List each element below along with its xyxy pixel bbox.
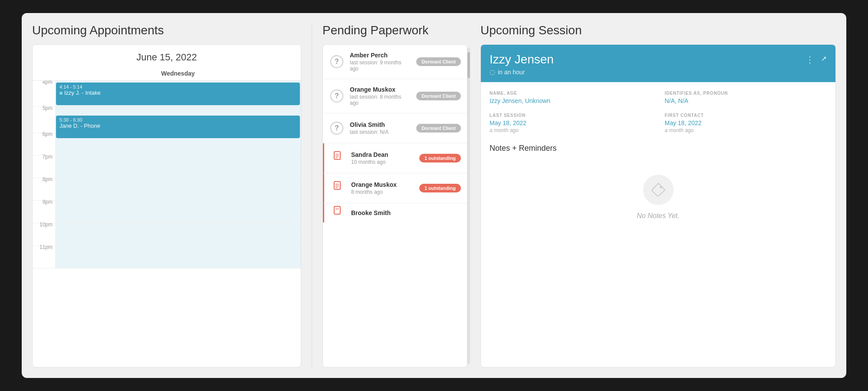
paperwork-name-4: Sandra Dean bbox=[351, 151, 414, 158]
session-fields: NAME, AGE Izzy Jensen, Unknown IDENTIFIE… bbox=[490, 91, 827, 133]
paperwork-item-amber-perch[interactable]: ? Amber Perch last session: 9 months ago… bbox=[323, 45, 467, 79]
event-izzy[interactable]: 4:14 - 5:14 Izzy J. - Intake bbox=[56, 83, 300, 105]
paperwork-icon-wrap-1: ? bbox=[329, 54, 345, 70]
paperwork-name-5: Orange Muskox bbox=[351, 181, 414, 188]
session-title: Upcoming Session bbox=[480, 23, 836, 37]
day-cell-9pm bbox=[55, 201, 301, 223]
session-time-label: in an hour bbox=[498, 69, 525, 76]
calendar-day-header: Wednesday bbox=[33, 66, 301, 81]
calendar-row-10pm: 10pm bbox=[33, 223, 301, 246]
tag-icon bbox=[651, 182, 666, 198]
calendar-row-11pm: 11pm bbox=[33, 246, 301, 268]
event-title-jane: Jane D. - Phone bbox=[59, 123, 100, 129]
paperwork-icon-wrap-4 bbox=[330, 150, 346, 166]
question-circle-icon-3: ? bbox=[330, 122, 343, 135]
calendar-row-7pm: 7pm bbox=[33, 156, 301, 178]
day-cell-4pm: 4:14 - 5:14 Izzy J. - Intake bbox=[55, 81, 301, 106]
paperwork-item-orange-muskox-outstanding[interactable]: Orange Muskox 8 months ago 1 outstanding bbox=[323, 173, 467, 203]
event-dot-izzy bbox=[59, 92, 62, 95]
session-time: ◌ in an hour bbox=[490, 68, 554, 76]
doc-icon-4 bbox=[333, 151, 343, 165]
day-cell-11pm bbox=[55, 246, 301, 268]
svg-point-10 bbox=[660, 186, 662, 189]
time-7pm: 7pm bbox=[33, 152, 55, 178]
paperwork-meta-3: last session: N/A bbox=[350, 129, 411, 135]
appointments-section: Upcoming Appointments June 15, 2022 Wedn… bbox=[32, 23, 301, 368]
time-gutter bbox=[33, 66, 55, 80]
calendar-card: June 15, 2022 Wednesday 4pm 4:14 - 5:14 … bbox=[32, 44, 301, 368]
paperwork-item-sandra-dean[interactable]: Sandra Dean 10 months ago 1 outstanding bbox=[323, 143, 467, 173]
doc-icon-5 bbox=[333, 181, 343, 195]
event-title-izzy: Izzy J. - Intake bbox=[59, 89, 101, 96]
paperwork-name-1: Amber Perch bbox=[350, 52, 411, 59]
day-cell-10pm bbox=[55, 223, 301, 245]
paperwork-name-3: Olivia Smith bbox=[350, 121, 411, 128]
field-first-contact-value: May 18, 2022 bbox=[665, 119, 827, 126]
time-11pm: 11pm bbox=[33, 242, 55, 268]
svg-rect-0 bbox=[334, 152, 340, 159]
field-name-age: NAME, AGE Izzy Jensen, Unknown bbox=[490, 91, 652, 104]
divider-1 bbox=[312, 23, 312, 368]
time-5pm: 5pm bbox=[33, 103, 55, 133]
scrollbar-thumb[interactable] bbox=[467, 52, 470, 78]
badge-dormant-1: Dormant Client bbox=[416, 57, 461, 66]
calendar-row-5pm: 5pm 5:30 - 6:30 Jane D. - Phone bbox=[33, 107, 301, 133]
external-link-icon[interactable]: ➚ bbox=[821, 54, 827, 65]
appointments-title: Upcoming Appointments bbox=[32, 23, 301, 37]
tag-icon-circle bbox=[643, 175, 674, 205]
day-cell-5pm: 5:30 - 6:30 Jane D. - Phone bbox=[55, 107, 301, 133]
event-time-izzy: 4:14 - 5:14 bbox=[59, 84, 296, 89]
field-first-contact: FIRST CONTACT May 18, 2022 a month ago bbox=[665, 113, 827, 133]
session-header-left: Izzy Jensen ◌ in an hour bbox=[490, 53, 554, 76]
field-last-session-value: May 18, 2022 bbox=[490, 119, 652, 126]
day-cell-7pm bbox=[55, 156, 301, 178]
paperwork-meta-2: last session: 8 months ago bbox=[350, 94, 411, 106]
calendar-row-4pm: 4pm 4:14 - 5:14 Izzy J. - Intake bbox=[33, 81, 301, 107]
field-name-age-label: NAME, AGE bbox=[490, 91, 652, 96]
question-circle-icon-2: ? bbox=[330, 89, 343, 103]
session-header-icons: ⋮ ➚ bbox=[806, 54, 827, 65]
session-section: Upcoming Session Izzy Jensen ◌ in an hou… bbox=[480, 23, 836, 368]
field-last-session-label: LAST SESSION bbox=[490, 113, 652, 118]
badge-dormant-3: Dormant Client bbox=[416, 124, 461, 133]
event-time-jane: 5:30 - 6:30 bbox=[59, 117, 296, 123]
field-last-session: LAST SESSION May 18, 2022 a month ago bbox=[490, 113, 652, 133]
paperwork-info-3: Olivia Smith last session: N/A bbox=[350, 121, 411, 135]
main-container: Upcoming Appointments June 15, 2022 Wedn… bbox=[22, 13, 846, 378]
clock-icon: ◌ bbox=[490, 68, 495, 76]
event-jane[interactable]: 5:30 - 6:30 Jane D. - Phone bbox=[56, 116, 300, 138]
badge-dormant-2: Dormant Client bbox=[416, 92, 461, 100]
session-header: Izzy Jensen ◌ in an hour ⋮ ➚ bbox=[481, 45, 835, 82]
calendar-body[interactable]: 4pm 4:14 - 5:14 Izzy J. - Intake 5pm bbox=[33, 81, 301, 367]
no-notes-container: No Notes Yet. bbox=[490, 162, 827, 233]
field-identifies-value: N/A, N/A bbox=[665, 97, 827, 104]
time-9pm: 9pm bbox=[33, 197, 55, 223]
session-card: Izzy Jensen ◌ in an hour ⋮ ➚ NAME, AGE I… bbox=[480, 44, 836, 368]
more-options-icon[interactable]: ⋮ bbox=[806, 54, 815, 65]
paperwork-icon-wrap-2: ? bbox=[329, 88, 345, 104]
scrollbar-track[interactable] bbox=[467, 48, 470, 364]
calendar-date: June 15, 2022 bbox=[33, 45, 301, 66]
doc-icon-6 bbox=[333, 206, 343, 220]
session-body: NAME, AGE Izzy Jensen, Unknown IDENTIFIE… bbox=[481, 82, 835, 367]
field-identifies-label: IDENTIFIES AS, PRONOUN bbox=[665, 91, 827, 96]
field-identifies: IDENTIFIES AS, PRONOUN N/A, N/A bbox=[665, 91, 827, 104]
time-8pm: 8pm bbox=[33, 175, 55, 200]
paperwork-info-1: Amber Perch last session: 9 months ago bbox=[350, 52, 411, 72]
svg-rect-4 bbox=[334, 182, 340, 189]
paperwork-icon-wrap-5 bbox=[330, 180, 346, 196]
time-6pm: 6pm bbox=[33, 129, 55, 155]
paperwork-title: Pending Paperwork bbox=[322, 23, 470, 37]
paperwork-item-brooke-smith[interactable]: Brooke Smith 1 outstanding bbox=[323, 203, 467, 222]
paperwork-item-olivia-smith[interactable]: ? Olivia Smith last session: N/A Dormant… bbox=[323, 113, 467, 143]
session-client-name: Izzy Jensen bbox=[490, 53, 554, 66]
paperwork-item-orange-muskox-dormant[interactable]: ? Orange Muskox last session: 8 months a… bbox=[323, 79, 467, 113]
field-first-contact-sub: a month ago bbox=[665, 127, 827, 133]
notes-section-title: Notes + Reminders bbox=[490, 144, 827, 153]
field-last-session-sub: a month ago bbox=[490, 127, 652, 133]
field-first-contact-label: FIRST CONTACT bbox=[665, 113, 827, 118]
field-name-age-value: Izzy Jensen, Unknown bbox=[490, 97, 652, 104]
paperwork-icon-wrap-3: ? bbox=[329, 120, 345, 136]
paperwork-list[interactable]: ? Amber Perch last session: 9 months ago… bbox=[322, 44, 467, 368]
calendar-row-9pm: 9pm bbox=[33, 201, 301, 223]
